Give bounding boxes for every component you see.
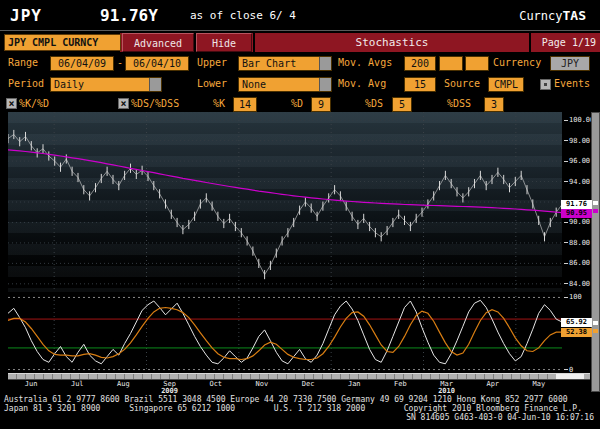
current-value-box: 65.92 — [561, 318, 592, 327]
command-bar: JPY CMPL CURNCY Advanced Hide Stochastic… — [0, 32, 600, 53]
k-input[interactable]: 14 — [233, 97, 257, 112]
advanced-button[interactable]: Advanced — [122, 33, 194, 52]
x-axis-month-label: Apr — [486, 380, 499, 388]
scrollbar-ma-marker — [593, 209, 598, 213]
vertical-scrollbar[interactable] — [591, 112, 600, 392]
range-separator: - — [117, 55, 123, 70]
mov-avgs-label: Mov. Avgs — [338, 55, 392, 70]
price-axis-tick: 90.00 — [564, 218, 590, 226]
dsdss-checkbox[interactable]: × — [118, 98, 129, 109]
x-axis-month-label: Aug — [117, 380, 130, 388]
price-axis-tick: 98.00 — [564, 137, 590, 145]
checkbox-dot-icon — [544, 83, 547, 86]
lower-chart-value: None — [239, 78, 319, 91]
range-end-input[interactable]: 06/04/10 — [125, 56, 189, 71]
currency-input[interactable]: JPY — [550, 56, 590, 71]
lower-chart-dropdown[interactable]: None — [238, 77, 332, 92]
lower-label: Lower — [197, 76, 227, 91]
scrollbar-dss-marker — [593, 329, 598, 333]
currency-label: Currency — [493, 55, 541, 70]
x-axis-month-label: Oct — [209, 380, 222, 388]
stoch-axis-tick: 100 — [564, 293, 582, 301]
x-axis-month-label: Nov — [256, 380, 269, 388]
x-axis-month-label: May — [533, 380, 546, 388]
dss-label: %DSS — [447, 96, 471, 111]
dropdown-handle-icon[interactable] — [149, 78, 161, 91]
page-indicator[interactable]: Page 1/19 — [526, 33, 596, 52]
screen-title: Stochastics — [256, 33, 528, 52]
horizontal-scrollbar[interactable] — [8, 373, 590, 380]
events-checkbox[interactable] — [540, 79, 551, 90]
dss-input[interactable]: 3 — [484, 97, 504, 112]
title-bar: JPY 91.76Y as of close 6/ 4 CurncyTAS — [0, 0, 600, 31]
last-price: 91.76Y — [100, 6, 158, 25]
range-label: Range — [8, 55, 38, 70]
upper-label: Upper — [197, 55, 227, 70]
kd-checkbox[interactable]: × — [6, 98, 17, 109]
x-axis-year-label: 2009 — [161, 387, 178, 395]
x-axis-month-label: Feb — [394, 380, 407, 388]
scrollbar-ds-marker — [593, 321, 598, 325]
stochastics-chart — [8, 296, 562, 371]
dropdown-handle-icon[interactable] — [319, 78, 331, 91]
x-axis-month-label: Jun — [25, 380, 38, 388]
scrollbar-price-marker — [593, 201, 598, 205]
source-label: Source — [444, 76, 480, 91]
footer-line-2: Japan 81 3 3201 8900 Singapore 65 6212 1… — [4, 404, 582, 413]
mov-avg-input[interactable]: 15 — [404, 77, 436, 92]
d-label: %D — [291, 96, 303, 111]
k-label: %K — [213, 96, 225, 111]
kd-label: %K/%D — [19, 96, 49, 111]
as-of-label: as of close 6/ 4 — [190, 9, 296, 22]
x-axis-month-label: Dec — [302, 380, 315, 388]
security-input[interactable]: JPY CMPL CURNCY — [4, 34, 121, 51]
price-axis-tick: 100.00 — [564, 116, 594, 124]
current-value-box: 90.95 — [561, 209, 592, 218]
mov-avg-label: Mov. Avg — [338, 76, 386, 91]
dsdss-label: %DS/%DSS — [131, 96, 179, 111]
price-axis-tick: 84.00 — [564, 280, 590, 288]
product-label: CurncyTAS — [519, 8, 586, 23]
x-axis-month-label: Jan — [348, 380, 361, 388]
source-input[interactable]: CMPL — [488, 77, 524, 92]
price-chart — [8, 112, 562, 292]
price-axis-tick: 96.00 — [564, 157, 590, 165]
ds-label: %DS — [365, 96, 383, 111]
period-value: Daily — [51, 78, 149, 91]
upper-chart-value: Bar Chart — [239, 57, 319, 70]
hide-button[interactable]: Hide — [196, 33, 252, 52]
price-axis-tick: 88.00 — [564, 239, 590, 247]
upper-chart-dropdown[interactable]: Bar Chart — [238, 56, 332, 71]
period-label: Period — [8, 76, 44, 91]
mov-avgs-input-1[interactable]: 200 — [404, 56, 436, 71]
tas-label: TAS — [563, 8, 586, 23]
range-start-input[interactable]: 06/04/09 — [50, 56, 114, 71]
dropdown-handle-icon[interactable] — [319, 57, 331, 70]
period-dropdown[interactable]: Daily — [50, 77, 162, 92]
ds-input[interactable]: 5 — [392, 97, 412, 112]
mov-avgs-input-2[interactable] — [439, 56, 463, 71]
current-value-box: 52.38 — [561, 328, 592, 337]
price-axis-tick: 86.00 — [564, 259, 590, 267]
bloomberg-terminal-screen: JPY 91.76Y as of close 6/ 4 CurncyTAS JP… — [0, 0, 600, 429]
d-input[interactable]: 9 — [311, 97, 331, 112]
x-axis-month-label: Jul — [71, 380, 84, 388]
events-label: Events — [554, 76, 590, 91]
footer-line-1: Australia 61 2 9777 8600 Brazil 5511 304… — [4, 395, 568, 404]
horizontal-scrollbar-thumb[interactable] — [556, 374, 584, 379]
ticker-symbol: JPY — [10, 6, 42, 25]
mov-avgs-input-3[interactable] — [465, 56, 489, 71]
curncy-label: Curncy — [519, 9, 562, 23]
menu-separator — [253, 33, 255, 52]
x-axis-year-label: 2010 — [438, 387, 455, 395]
price-axis-tick: 94.00 — [564, 178, 590, 186]
footer-serial-line: SN 814605 G463-403-0 04-Jun-10 16:07:16 — [406, 413, 594, 422]
